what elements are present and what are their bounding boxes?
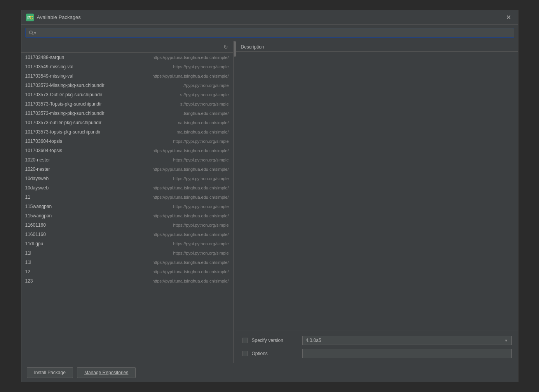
version-value: 4.0.0a5 xyxy=(306,338,321,343)
bottom-options: Specify version 4.0.0a5 ▼ Options xyxy=(236,331,518,363)
package-url: https://pypi.python.org/simple xyxy=(173,251,229,255)
close-button[interactable]: ✕ xyxy=(504,14,513,21)
package-row[interactable]: 1020-nesterhttps://pypi.python.org/simpl… xyxy=(21,155,233,165)
package-name: 101703604-topsis xyxy=(25,139,173,144)
search-input[interactable] xyxy=(39,30,511,36)
scrollbar-thumb xyxy=(234,41,236,57)
svg-line-4 xyxy=(32,34,33,35)
package-row[interactable]: 101703573-Topsis-pkg-suruchipundirs://py… xyxy=(21,99,233,109)
package-url: https://pypi.tuna.tsinghua.edu.cn/simple… xyxy=(152,195,229,199)
package-row[interactable]: 101703573-missing-pkg-suruchipundir.tsin… xyxy=(21,109,233,118)
svg-point-3 xyxy=(29,31,32,34)
package-row[interactable]: 12https://pypi.tuna.tsinghua.edu.cn/simp… xyxy=(21,267,233,276)
package-name: 101703573-outlier-pkg-suruchipundir xyxy=(25,120,178,125)
search-bar: ▾ xyxy=(21,25,518,41)
package-row[interactable]: 11dl-gpuhttps://pypi.python.org/simple xyxy=(21,239,233,248)
package-row[interactable]: 101703573-outlier-pkg-suruchipundirna.ts… xyxy=(21,118,233,127)
package-name: 10daysweb xyxy=(25,176,173,181)
search-icon: ▾ xyxy=(29,30,37,36)
options-row: Options xyxy=(242,349,512,358)
package-row[interactable]: 101703549-missing-valhttps://pypi.tuna.t… xyxy=(21,71,233,81)
list-header: ↻ xyxy=(21,41,233,53)
main-content: ↻ 101703488-sargunhttps://pypi.tuna.tsin… xyxy=(21,41,518,363)
package-name: 11l xyxy=(25,250,173,256)
options-checkbox[interactable] xyxy=(242,351,248,356)
description-section: Description xyxy=(236,41,518,331)
available-packages-dialog: P C Available Packages ✕ ▾ ↻ xyxy=(21,10,518,382)
title-bar: P C Available Packages ✕ xyxy=(21,10,518,25)
package-url: https://pypi.tuna.tsinghua.edu.cn/simple… xyxy=(152,269,229,274)
refresh-button[interactable]: ↻ xyxy=(222,43,230,51)
install-package-button[interactable]: Install Package xyxy=(27,367,73,378)
list-scrollbar[interactable] xyxy=(233,41,236,363)
package-row[interactable]: 11https://pypi.tuna.tsinghua.edu.cn/simp… xyxy=(21,193,233,202)
version-dropdown[interactable]: 4.0.0a5 ▼ xyxy=(302,336,512,345)
package-name: 115wangpan xyxy=(25,204,173,209)
package-row[interactable]: 11601160https://pypi.tuna.tsinghua.edu.c… xyxy=(21,230,233,239)
specify-version-label: Specify version xyxy=(252,338,298,343)
left-panel: ↻ 101703488-sargunhttps://pypi.tuna.tsin… xyxy=(21,41,233,363)
package-url: https://pypi.tuna.tsinghua.edu.cn/simple… xyxy=(152,279,229,283)
package-name: 1020-nester xyxy=(25,167,153,172)
package-name: 1020-nester xyxy=(25,157,173,163)
package-url: https://pypi.tuna.tsinghua.edu.cn/simple… xyxy=(152,55,229,60)
dropdown-arrow: ▼ xyxy=(504,338,508,343)
package-row[interactable]: 11601160https://pypi.python.org/simple xyxy=(21,220,233,230)
package-url: https://pypi.tuna.tsinghua.edu.cn/simple… xyxy=(152,260,229,265)
title-bar-left: P C Available Packages xyxy=(26,14,81,21)
specify-version-checkbox[interactable] xyxy=(242,338,248,343)
search-input-wrap: ▾ xyxy=(25,28,514,38)
package-row[interactable]: 101703573-Outlier-pkg-suruchipundirs://p… xyxy=(21,90,233,99)
package-row[interactable]: 115wangpanhttps://pypi.python.org/simple xyxy=(21,202,233,211)
package-url: https://pypi.tuna.tsinghua.edu.cn/simple… xyxy=(152,167,229,172)
package-name: 101703573-topsis-pkg-suruchipundir xyxy=(25,129,177,135)
svg-text:C: C xyxy=(30,15,33,21)
package-url: https://pypi.tuna.tsinghua.edu.cn/simple… xyxy=(152,232,229,237)
package-row[interactable]: 101703573-Missing-pkg-suruchipundir//pyp… xyxy=(21,81,233,90)
package-list[interactable]: 101703488-sargunhttps://pypi.tuna.tsingh… xyxy=(21,53,233,363)
description-label: Description xyxy=(236,41,518,52)
package-name: 10daysweb xyxy=(25,185,153,191)
package-row[interactable]: 115wangpanhttps://pypi.tuna.tsinghua.edu… xyxy=(21,211,233,220)
package-url: https://pypi.python.org/simple xyxy=(173,241,229,246)
package-name: 101703573-Topsis-pkg-suruchipundir xyxy=(25,101,180,107)
package-url: s://pypi.python.org/simple xyxy=(180,92,229,97)
package-row[interactable]: 101703604-topsishttps://pypi.tuna.tsingh… xyxy=(21,146,233,155)
package-name: 101703573-Outlier-pkg-suruchipundir xyxy=(25,92,180,97)
package-row[interactable]: 101703488-sargunhttps://pypi.tuna.tsingh… xyxy=(21,53,233,62)
package-name: 11dl-gpu xyxy=(25,241,173,246)
package-url: ma.tsinghua.edu.cn/simple/ xyxy=(177,130,229,134)
options-label: Options xyxy=(252,351,298,356)
package-url: //pypi.python.org/simple xyxy=(183,83,229,88)
options-input[interactable] xyxy=(302,349,512,358)
package-name: 11 xyxy=(25,194,153,200)
package-row[interactable]: 10dayswebhttps://pypi.python.org/simple xyxy=(21,174,233,183)
package-row[interactable]: 101703549-missing-valhttps://pypi.python… xyxy=(21,62,233,71)
package-name: 115wangpan xyxy=(25,213,153,219)
app-icon: P C xyxy=(26,14,34,21)
package-url: https://pypi.python.org/simple xyxy=(173,139,229,144)
package-url: https://pypi.python.org/simple xyxy=(173,64,229,69)
package-name: 12 xyxy=(25,269,153,274)
right-panel: Description Specify version 4.0.0a5 ▼ Op… xyxy=(236,41,518,363)
footer: Install Package Manage Repositories xyxy=(21,363,518,382)
window-title: Available Packages xyxy=(37,14,81,20)
package-name: 101703573-Missing-pkg-suruchipundir xyxy=(25,83,184,88)
package-name: 101703549-missing-val xyxy=(25,73,153,79)
package-row[interactable]: 101703604-topsishttps://pypi.python.org/… xyxy=(21,137,233,146)
package-url: https://pypi.tuna.tsinghua.edu.cn/simple… xyxy=(152,74,229,78)
package-row[interactable]: 10dayswebhttps://pypi.tuna.tsinghua.edu.… xyxy=(21,183,233,193)
package-url: .tsinghua.edu.cn/simple/ xyxy=(183,111,229,116)
package-row[interactable]: 11lhttps://pypi.python.org/simple xyxy=(21,248,233,258)
package-url: s://pypi.python.org/simple xyxy=(180,102,229,106)
specify-version-row: Specify version 4.0.0a5 ▼ xyxy=(242,336,512,345)
package-row[interactable]: 123https://pypi.tuna.tsinghua.edu.cn/sim… xyxy=(21,276,233,286)
package-row[interactable]: 1020-nesterhttps://pypi.tuna.tsinghua.ed… xyxy=(21,165,233,174)
package-row[interactable]: 101703573-topsis-pkg-suruchipundirma.tsi… xyxy=(21,127,233,137)
package-name: 11601160 xyxy=(25,222,173,228)
package-name: 101703488-sargun xyxy=(25,55,153,60)
package-name: 123 xyxy=(25,278,153,284)
manage-repositories-button[interactable]: Manage Repositories xyxy=(77,367,136,378)
package-url: https://pypi.tuna.tsinghua.edu.cn/simple… xyxy=(152,148,229,153)
package-row[interactable]: 11lhttps://pypi.tuna.tsinghua.edu.cn/sim… xyxy=(21,258,233,267)
